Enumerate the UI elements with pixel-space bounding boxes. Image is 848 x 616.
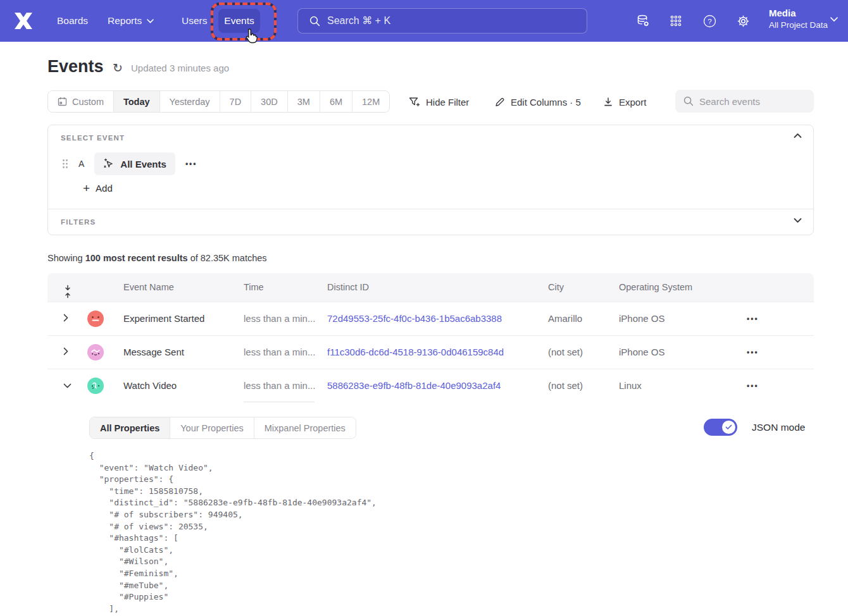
date-option-6m[interactable]: 6M [320, 91, 352, 112]
nav-item-boards-label: Boards [57, 15, 88, 27]
nav-item-reports[interactable]: Reports [108, 0, 154, 42]
plus-icon: + [83, 182, 90, 194]
date-option-12m[interactable]: 12M [352, 91, 389, 112]
row-more-options-icon[interactable]: ••• [747, 348, 759, 357]
chevron-up-icon[interactable] [794, 133, 802, 139]
date-option-30d[interactable]: 30D [251, 91, 288, 112]
hide-filter-button[interactable]: Hide Filter [409, 92, 469, 111]
help-icon[interactable]: ? [699, 11, 720, 31]
hide-filter-label: Hide Filter [426, 97, 469, 108]
nav-item-events[interactable]: Events [218, 9, 260, 33]
chevron-right-icon[interactable] [63, 347, 68, 355]
table-row[interactable]: Experiment Started less than a min... 72… [47, 302, 814, 335]
events-table: Event Name Time Distinct ID City Operati… [47, 273, 814, 402]
collapse-all-icon[interactable] [63, 285, 72, 299]
date-option-3m[interactable]: 3M [288, 91, 320, 112]
export-label: Export [619, 97, 646, 108]
last-updated-text: Updated 3 minutes ago [131, 63, 229, 73]
col-header-distinct-id[interactable]: Distinct ID [327, 282, 369, 292]
tab-mixpanel-properties[interactable]: Mixpanel Properties [254, 417, 356, 438]
table-row[interactable]: Message Sent less than a min... f11c30d6… [47, 335, 814, 369]
event-os: Linux [619, 380, 642, 391]
event-time: less than a min... [244, 380, 320, 391]
json-mode-toggle[interactable] [704, 419, 737, 436]
add-label: Add [96, 183, 113, 194]
query-builder-card: SELECT EVENT A All Events ••• + [47, 125, 814, 235]
search-icon [309, 16, 320, 27]
magic-cursor-icon [103, 158, 115, 169]
top-navbar: Boards Reports Users Events [0, 0, 848, 42]
date-option-yesterday[interactable]: Yesterday [160, 91, 220, 112]
nav-item-boards[interactable]: Boards [57, 0, 88, 42]
distinct-id-link[interactable]: 5886283e-e9fb-48fb-81de-40e9093a2af4 [327, 380, 501, 391]
col-header-city[interactable]: City [548, 282, 564, 292]
distinct-id-link[interactable]: f11c30d6-dc6d-4518-9136-0d046159c84d [327, 347, 504, 357]
nav-item-events-label: Events [224, 15, 254, 27]
event-more-options-icon[interactable]: ••• [185, 159, 197, 168]
apps-grid-icon[interactable] [666, 11, 686, 31]
data-management-icon[interactable] [633, 11, 653, 31]
calendar-icon [58, 97, 67, 106]
event-selector-button[interactable]: All Events [94, 152, 175, 175]
global-search[interactable] [297, 8, 587, 34]
refresh-icon[interactable]: ↻ [113, 61, 123, 75]
project-selector[interactable]: Media All Project Data [769, 8, 828, 30]
nav-item-reports-label: Reports [108, 15, 142, 27]
chevron-down-icon[interactable] [794, 218, 802, 223]
event-avatar-face-icon [90, 348, 101, 356]
date-option-today[interactable]: Today [114, 91, 160, 112]
global-search-input[interactable] [327, 15, 568, 27]
date-option-label: Custom [72, 97, 104, 107]
event-city: Amarillo [548, 313, 582, 324]
chevron-right-icon[interactable] [63, 314, 68, 322]
col-header-os[interactable]: Operating System [619, 282, 692, 292]
distinct-id-link[interactable]: 72d49553-25fc-4f0c-b436-1b5ac6ab3388 [327, 313, 502, 324]
row-more-options-icon[interactable]: ••• [747, 314, 759, 323]
pencil-icon [494, 97, 505, 108]
svg-text:?: ? [708, 17, 711, 25]
event-avatar [87, 344, 104, 360]
properties-tabs: All Properties Your Properties Mixpanel … [89, 417, 356, 439]
event-os: iPhone OS [619, 347, 665, 357]
page-title: Events [47, 57, 104, 77]
event-query-row: A All Events ••• [62, 152, 197, 175]
table-row-expanded[interactable]: Watch Video less than a min... 5886283e-… [47, 369, 814, 402]
download-icon [603, 97, 613, 107]
funnel-icon [409, 97, 420, 108]
results-summary: Showing 100 most recent results of 82.35… [47, 253, 267, 263]
search-events[interactable] [675, 90, 814, 113]
drag-handle-icon[interactable] [62, 159, 68, 169]
chevron-down-icon [147, 19, 154, 23]
add-event-button[interactable]: + Add [83, 182, 113, 194]
date-option-custom[interactable]: Custom [48, 91, 114, 112]
col-header-event-name[interactable]: Event Name [123, 282, 174, 292]
export-button[interactable]: Export [603, 92, 646, 111]
edit-columns-label: Edit Columns · 5 [511, 97, 581, 108]
row-more-options-icon[interactable]: ••• [747, 381, 759, 390]
filters-label: FILTERS [61, 218, 96, 226]
search-events-input[interactable] [699, 96, 801, 107]
toggle-knob [722, 421, 735, 434]
chevron-down-icon[interactable] [63, 383, 72, 388]
settings-gear-icon[interactable] [733, 11, 753, 31]
mixpanel-logo-icon[interactable] [13, 0, 34, 42]
event-name: Message Sent [123, 347, 184, 357]
event-avatar-face-icon [90, 316, 101, 322]
nav-item-users[interactable]: Users [182, 0, 207, 42]
date-option-7d[interactable]: 7D [220, 91, 252, 112]
edit-columns-button[interactable]: Edit Columns · 5 [494, 92, 581, 111]
project-name: Media [769, 8, 828, 18]
event-city: (not set) [548, 347, 583, 357]
event-json-viewer[interactable]: { "event": "Watch Video", "properties": … [89, 450, 377, 615]
tab-your-properties[interactable]: Your Properties [170, 417, 254, 438]
event-name: Experiment Started [123, 313, 204, 324]
date-range-selector: Custom Today Yesterday 7D 30D 3M 6M 12M [47, 90, 390, 113]
tab-all-properties[interactable]: All Properties [90, 417, 170, 438]
time-cell-divider [244, 402, 315, 402]
selected-event-name: All Events [120, 159, 166, 169]
event-avatar [87, 311, 104, 327]
event-city: (not set) [548, 380, 583, 391]
check-icon [725, 424, 732, 430]
col-header-time[interactable]: Time [244, 282, 264, 292]
card-divider [48, 209, 813, 209]
